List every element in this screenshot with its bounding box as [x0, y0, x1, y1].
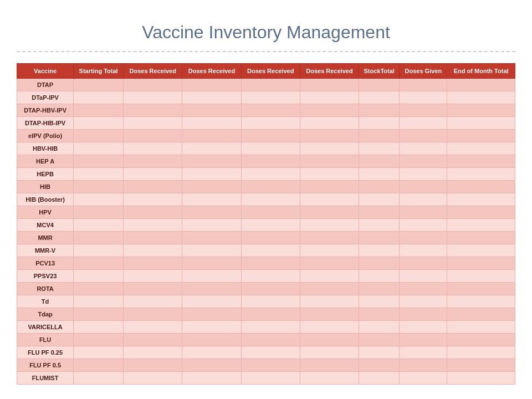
data-cell — [300, 155, 359, 168]
col-header-end-of-month-total: End of Month Total — [447, 64, 515, 79]
data-cell — [124, 219, 182, 232]
data-cell — [447, 346, 515, 359]
data-cell — [447, 142, 515, 155]
vaccine-name-cell: DTAP-HBV-IPV — [17, 104, 74, 117]
data-cell — [359, 104, 400, 117]
data-cell — [74, 321, 124, 334]
data-cell — [300, 130, 359, 142]
data-cell — [182, 206, 241, 219]
data-cell — [400, 372, 447, 385]
data-cell — [124, 321, 182, 334]
page-title: Vaccine Inventory Management — [17, 11, 515, 51]
data-cell — [400, 257, 447, 270]
data-cell — [300, 295, 359, 308]
data-cell — [182, 193, 241, 206]
data-cell — [300, 257, 359, 270]
data-cell — [241, 91, 300, 104]
data-cell — [447, 270, 515, 283]
data-cell — [182, 219, 241, 232]
table-wrapper: Vaccine Starting Total Doses Received Do… — [17, 63, 515, 385]
data-cell — [400, 244, 447, 257]
data-cell — [74, 308, 124, 321]
data-cell — [447, 295, 515, 308]
data-cell — [300, 244, 359, 257]
data-cell — [447, 334, 515, 346]
data-cell — [447, 257, 515, 270]
data-cell — [74, 334, 124, 346]
data-cell — [124, 117, 182, 130]
data-cell — [74, 232, 124, 244]
data-cell — [124, 130, 182, 142]
data-cell — [241, 372, 300, 385]
data-cell — [182, 244, 241, 257]
data-cell — [300, 232, 359, 244]
data-cell — [241, 232, 300, 244]
vaccine-name-cell: Td — [17, 295, 74, 308]
col-header-doses-received-1: Doses Received — [124, 64, 182, 79]
data-cell — [241, 142, 300, 155]
data-cell — [359, 321, 400, 334]
data-cell — [74, 193, 124, 206]
vaccine-name-cell: VARICELLA — [17, 321, 74, 334]
data-cell — [124, 334, 182, 346]
data-cell — [124, 283, 182, 295]
data-cell — [447, 181, 515, 193]
table-row: FLU PF 0.5 — [17, 359, 515, 372]
data-cell — [74, 346, 124, 359]
data-cell — [241, 334, 300, 346]
data-cell — [359, 308, 400, 321]
data-cell — [124, 181, 182, 193]
data-cell — [74, 295, 124, 308]
data-cell — [124, 91, 182, 104]
data-cell — [359, 232, 400, 244]
data-cell — [400, 283, 447, 295]
data-cell — [447, 117, 515, 130]
data-cell — [241, 219, 300, 232]
table-row: PPSV23 — [17, 270, 515, 283]
data-cell — [400, 193, 447, 206]
table-row: FLU — [17, 334, 515, 346]
data-cell — [124, 244, 182, 257]
data-cell — [300, 193, 359, 206]
data-cell — [74, 257, 124, 270]
data-cell — [74, 359, 124, 372]
data-cell — [447, 104, 515, 117]
data-cell — [124, 193, 182, 206]
data-cell — [124, 359, 182, 372]
data-cell — [359, 206, 400, 219]
divider — [17, 51, 515, 52]
table-row: HBV-HIB — [17, 142, 515, 155]
col-header-doses-received-4: Doses Received — [300, 64, 359, 79]
data-cell — [359, 270, 400, 283]
data-cell — [74, 283, 124, 295]
vaccine-inventory-table: Vaccine Starting Total Doses Received Do… — [17, 63, 515, 385]
data-cell — [241, 79, 300, 91]
table-row: PCV13 — [17, 257, 515, 270]
data-cell — [400, 206, 447, 219]
data-cell — [400, 79, 447, 91]
table-row: FLUMIST — [17, 372, 515, 385]
data-cell — [124, 104, 182, 117]
vaccine-name-cell: MMR — [17, 232, 74, 244]
table-row: HPV — [17, 206, 515, 219]
data-cell — [400, 321, 447, 334]
data-cell — [447, 372, 515, 385]
data-cell — [241, 206, 300, 219]
col-header-doses-received-3: Doses Received — [241, 64, 300, 79]
vaccine-name-cell: eIPV (Polio) — [17, 130, 74, 142]
col-header-doses-received-2: Doses Received — [182, 64, 241, 79]
data-cell — [400, 155, 447, 168]
table-row: DTaP-IPV — [17, 91, 515, 104]
data-cell — [300, 346, 359, 359]
data-cell — [74, 117, 124, 130]
data-cell — [447, 79, 515, 91]
data-cell — [447, 193, 515, 206]
data-cell — [300, 206, 359, 219]
data-cell — [359, 359, 400, 372]
data-cell — [124, 372, 182, 385]
data-cell — [359, 295, 400, 308]
vaccine-name-cell: PPSV23 — [17, 270, 74, 283]
data-cell — [400, 270, 447, 283]
data-cell — [124, 142, 182, 155]
vaccine-name-cell: Tdap — [17, 308, 74, 321]
